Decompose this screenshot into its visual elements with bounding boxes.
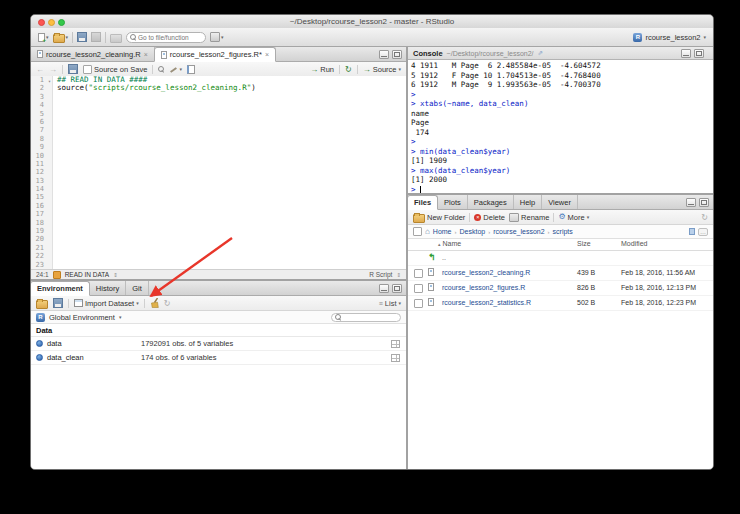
workspace-panes-button[interactable]: ▾: [210, 32, 224, 42]
more-button[interactable]: ⚙ More ▾: [558, 213, 589, 222]
ellipsis-icon[interactable]: …: [698, 228, 708, 236]
source-button[interactable]: → Source ▾: [363, 65, 401, 74]
find-icon[interactable]: [158, 66, 164, 72]
environment-tabbar: Environment History Git: [31, 281, 406, 296]
project-menu-button[interactable]: R rcourse_lesson2 ▾: [633, 33, 706, 42]
code-line[interactable]: source("scripts/rcourse_lesson2_cleaning…: [57, 84, 406, 92]
tab-git[interactable]: Git: [126, 281, 149, 295]
breadcrumb-actions: …: [689, 228, 708, 236]
environment-object-row[interactable]: data_clean 174 obs. of 6 variables: [31, 351, 406, 365]
rename-button[interactable]: Rename: [509, 213, 549, 222]
back-icon[interactable]: ←: [36, 65, 44, 74]
save-button[interactable]: [77, 32, 87, 42]
source-on-save-toggle[interactable]: Source on Save: [83, 65, 147, 74]
refresh-icon[interactable]: ↻: [164, 299, 171, 308]
tab-plots[interactable]: Plots: [438, 195, 468, 209]
tab-files[interactable]: Files: [408, 195, 438, 210]
maximize-pane-button[interactable]: [699, 198, 709, 207]
editor-code[interactable]: ## READ IN DATA ####source("scripts/rcou…: [53, 76, 406, 269]
delete-button[interactable]: × Delete: [474, 213, 505, 222]
line-number: 14: [31, 185, 52, 193]
select-all-checkbox[interactable]: [413, 227, 422, 236]
more-label: More: [568, 213, 585, 222]
tab-cleaning-script[interactable]: rcourse_lesson2_cleaning.R ×: [31, 47, 155, 61]
breadcrumb-project[interactable]: rcourse_lesson2: [493, 228, 544, 235]
goto-file-search[interactable]: [126, 32, 206, 43]
file-checkbox[interactable]: [414, 299, 423, 308]
file-link[interactable]: rcourse_lesson2_statistics.R: [442, 299, 531, 306]
environment-pane: Environment History Git: [31, 281, 406, 469]
display-mode-button[interactable]: ≡ List ▾: [379, 299, 401, 308]
chevron-down-icon: ▾: [703, 34, 706, 40]
section-jump-menu[interactable]: READ IN DATA: [65, 271, 110, 278]
tab-environment[interactable]: Environment: [31, 281, 90, 296]
object-name: data_clean: [47, 353, 84, 362]
environment-scope-selector[interactable]: Global Environment: [49, 313, 115, 322]
rerun-icon[interactable]: ↻: [345, 65, 352, 74]
save-workspace-button[interactable]: [53, 298, 63, 308]
refresh-files-icon[interactable]: ↻: [701, 213, 708, 222]
goto-file-input[interactable]: [138, 34, 200, 41]
import-dataset-button[interactable]: Import Dataset ▾: [74, 299, 139, 308]
tab-figures-script[interactable]: rcourse_lesson2_figures.R* ×: [154, 47, 276, 62]
files-tabbar: Files Plots Packages Help Viewer: [408, 195, 713, 210]
console-input-line: > xtabs(~name, data_clean): [411, 99, 713, 109]
file-link[interactable]: rcourse_lesson2_figures.R: [442, 284, 525, 291]
file-checkbox[interactable]: [414, 269, 423, 278]
column-size[interactable]: Size: [577, 240, 591, 247]
maximize-pane-button[interactable]: [694, 49, 704, 58]
load-workspace-button[interactable]: [36, 300, 48, 309]
copy-path-icon[interactable]: [689, 228, 695, 235]
file-link[interactable]: rcourse_lesson2_cleaning.R: [442, 269, 530, 276]
close-icon[interactable]: ×: [265, 51, 269, 58]
maximize-pane-button[interactable]: [392, 284, 402, 293]
r-script-icon: [161, 51, 167, 59]
minimize-pane-button[interactable]: [379, 50, 389, 59]
code-editor[interactable]: 1▾234567891011121314151617181920212223 #…: [31, 76, 406, 269]
file-type-menu[interactable]: R Script: [369, 271, 392, 278]
console-output-line: 4 1911 M Page 6 2.485584e-05 -4.604572: [411, 61, 713, 71]
tab-help[interactable]: Help: [514, 195, 542, 209]
minimize-pane-button[interactable]: [681, 49, 691, 58]
print-button[interactable]: [110, 34, 122, 43]
source-tabbar: rcourse_lesson2_cleaning.R × rcourse_les…: [31, 47, 406, 62]
file-row[interactable]: rcourse_lesson2_statistics.R 502 B Feb 1…: [408, 296, 713, 311]
tab-viewer[interactable]: Viewer: [542, 195, 578, 209]
environment-object-row[interactable]: data 1792091 obs. of 5 variables: [31, 337, 406, 351]
minimize-pane-button[interactable]: [686, 198, 696, 207]
tab-history[interactable]: History: [90, 281, 126, 295]
open-file-button[interactable]: ▾: [53, 32, 69, 43]
new-file-button[interactable]: + ▾: [38, 33, 49, 42]
forward-icon[interactable]: →: [49, 65, 57, 74]
column-name[interactable]: ▴ Name: [438, 240, 461, 247]
file-row[interactable]: rcourse_lesson2_cleaning.R 439 B Feb 18,…: [408, 266, 713, 281]
pane-buttons: [681, 49, 708, 58]
save-file-button[interactable]: [68, 64, 78, 74]
divider: [339, 65, 340, 74]
tab-packages[interactable]: Packages: [468, 195, 514, 209]
console-output-line: 6 1912 M Page 9 1.993563e-05 -4.700370: [411, 80, 713, 90]
new-folder-button[interactable]: New Folder: [413, 212, 465, 223]
close-icon[interactable]: ×: [144, 51, 148, 58]
checkbox-icon[interactable]: [83, 65, 92, 74]
breadcrumb-home[interactable]: Home: [433, 228, 452, 235]
code-tools-button[interactable]: ▾: [169, 65, 182, 74]
open-directory-icon[interactable]: ⇗: [538, 49, 543, 57]
breadcrumb-desktop[interactable]: Desktop: [460, 228, 486, 235]
minimize-pane-button[interactable]: [379, 284, 389, 293]
clear-environment-button[interactable]: [150, 298, 159, 308]
file-checkbox[interactable]: [414, 284, 423, 293]
breadcrumb-scripts[interactable]: scripts: [553, 228, 573, 235]
file-row[interactable]: rcourse_lesson2_figures.R 826 B Feb 18, …: [408, 281, 713, 296]
environment-search[interactable]: [331, 313, 401, 322]
parent-directory-row[interactable]: ↰ ..: [408, 251, 713, 266]
run-button[interactable]: → Run: [310, 65, 334, 74]
save-all-button[interactable]: [91, 32, 101, 42]
view-table-icon[interactable]: [391, 354, 400, 362]
column-modified[interactable]: Modified: [621, 240, 647, 247]
console-body[interactable]: 4 1911 M Page 6 2.485584e-05 -4.6045725 …: [408, 60, 713, 193]
compile-report-button[interactable]: [187, 65, 195, 74]
run-icon: →: [310, 65, 318, 74]
view-table-icon[interactable]: [391, 340, 400, 348]
maximize-pane-button[interactable]: [392, 50, 402, 59]
